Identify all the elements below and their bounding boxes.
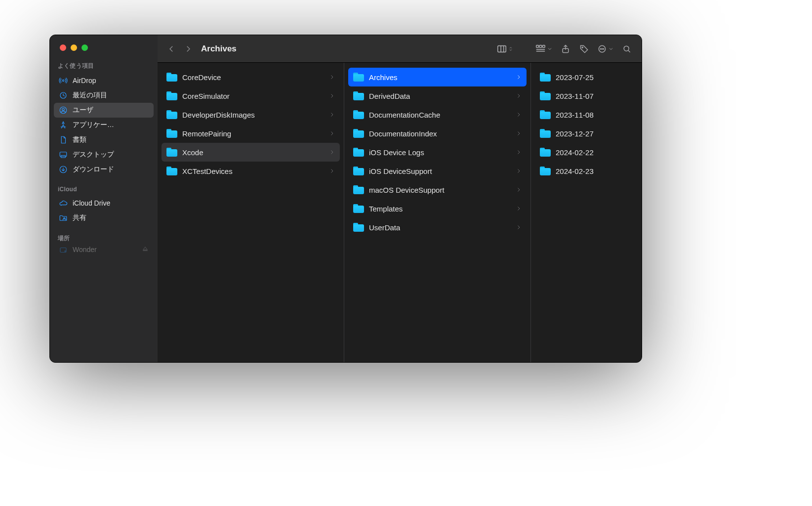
sidebar-item-download[interactable]: ダウンロード [54,162,154,177]
folder-icon [166,129,177,138]
folder-row[interactable]: CoreDevice [162,68,340,86]
folder-icon [540,129,551,138]
share-button[interactable] [558,42,573,56]
desktop-icon [59,150,68,159]
chevron-right-icon [329,130,335,136]
svg-line-29 [628,50,630,52]
sidebar-item-cloud[interactable]: iCloud Drive [54,196,154,211]
folder-row[interactable]: RemotePairing [162,124,340,143]
chevron-right-icon [329,74,335,80]
folder-row[interactable]: 2023-07-25 [535,68,638,86]
window-close-button[interactable] [60,44,66,51]
column-0: CoreDeviceCoreSimulatorDeveloperDiskImag… [158,63,344,362]
window-minimize-button[interactable] [71,44,77,51]
folder-icon [353,73,364,82]
svg-marker-12 [143,247,147,250]
chevron-right-icon [516,168,522,174]
sidebar-item-label: 最近の項目 [73,91,107,100]
folder-name: DeveloperDiskImages [182,111,255,119]
svg-rect-19 [543,45,545,47]
folder-icon [166,91,177,100]
svg-point-27 [603,48,604,49]
folder-row[interactable]: UserData [348,218,527,237]
search-button[interactable] [619,42,635,56]
sidebar-item-shared[interactable]: 共有 [54,211,154,225]
folder-name: DocumentationCache [369,111,440,119]
nav-forward-button[interactable] [181,42,195,56]
folder-name: Archives [369,73,398,82]
chevron-right-icon [516,187,522,193]
sidebar-item-clock[interactable]: 最近の項目 [54,88,154,103]
download-icon [59,165,68,174]
folder-icon [353,148,364,157]
folder-icon [540,73,551,82]
sidebar-section-label: よく使う項目 [50,60,158,72]
folder-row[interactable]: macOS DeviceSupport [348,180,527,199]
svg-point-28 [624,46,629,51]
folder-row[interactable]: iOS DeviceSupport [348,162,527,180]
shared-icon [59,213,68,222]
user-icon [59,106,68,115]
action-menu-button[interactable] [595,42,616,56]
folder-icon [166,110,177,119]
sidebar-item-airdrop[interactable]: AirDrop [54,73,154,88]
document-icon [59,135,68,144]
sidebar-item-label: アプリケー… [73,121,114,129]
folder-row[interactable]: Archives [348,68,527,86]
folder-row[interactable]: DerivedData [348,86,527,105]
eject-icon[interactable] [142,246,149,254]
sidebar-section-label: 場所 [50,232,158,245]
folder-row[interactable]: iOS Device Logs [348,143,527,162]
traffic-lights [50,35,158,60]
chevron-right-icon [329,149,335,155]
folder-row[interactable]: 2024-02-22 [535,143,638,162]
folder-row[interactable]: DocumentationIndex [348,124,527,143]
svg-point-11 [65,251,66,252]
window-zoom-button[interactable] [81,44,88,51]
folder-row[interactable]: 2024-02-23 [535,162,638,180]
view-columns-button[interactable] [494,42,515,56]
folder-name: 2024-02-23 [556,167,594,175]
svg-rect-13 [143,250,147,251]
folder-name: Xcode [182,148,203,157]
folder-row[interactable]: 2023-11-08 [535,105,638,124]
folder-icon [353,110,364,119]
appstore-icon [59,121,68,129]
main-area: Archives [158,35,642,362]
nav-back-button[interactable] [164,42,178,56]
sidebar-item-label: ユーザ [73,106,93,115]
chevron-right-icon [516,112,522,118]
sidebar-item-label: iCloud Drive [73,199,110,207]
folder-name: UserData [369,223,400,232]
folder-icon [353,204,364,213]
folder-name: CoreDevice [182,73,221,82]
folder-icon [353,185,364,194]
group-by-button[interactable] [533,42,555,56]
sidebar-item-disk[interactable]: Wonder [54,246,154,255]
folder-name: Templates [369,205,403,213]
sidebar-item-desktop[interactable]: デスクトップ [54,147,154,162]
svg-rect-17 [536,45,539,47]
tags-button[interactable] [576,42,592,56]
toolbar: Archives [158,35,642,63]
sidebar-item-document[interactable]: 書類 [54,132,154,147]
chevron-right-icon [516,206,522,211]
window-title: Archives [201,44,237,54]
folder-row[interactable]: 2023-11-07 [535,86,638,105]
folder-row[interactable]: Templates [348,199,527,218]
svg-point-25 [600,48,601,49]
folder-row[interactable]: XCTestDevices [162,162,340,180]
sidebar-item-appstore[interactable]: アプリケー… [54,118,154,132]
folder-row[interactable]: DocumentationCache [348,105,527,124]
folder-row[interactable]: CoreSimulator [162,86,340,105]
folder-row[interactable]: Xcode [162,143,340,162]
folder-icon [166,73,177,82]
folder-row[interactable]: DeveloperDiskImages [162,105,340,124]
folder-row[interactable]: 2023-12-27 [535,124,638,143]
svg-rect-18 [539,45,542,47]
sidebar-item-user[interactable]: ユーザ [54,103,154,118]
column-browser: CoreDeviceCoreSimulatorDeveloperDiskImag… [158,63,642,362]
folder-name: CoreSimulator [182,92,230,100]
svg-point-3 [62,108,65,111]
folder-icon [353,167,364,175]
